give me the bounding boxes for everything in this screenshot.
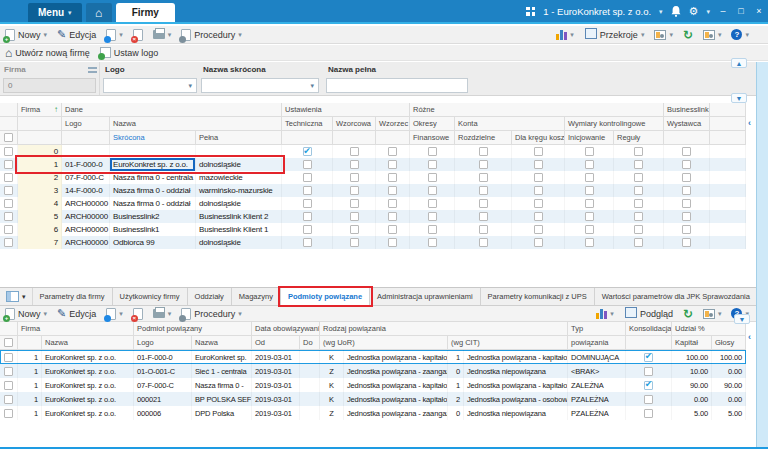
- column-header-podmiot-nazwa[interactable]: Nazwa: [192, 336, 252, 350]
- unchecked-checkbox-icon[interactable]: [634, 199, 643, 208]
- cell-wzorzec-checkbox[interactable]: [376, 210, 410, 223]
- cell-nazwa-pelna[interactable]: Businesslink Klient 2: [196, 210, 282, 223]
- cell-cit-kod[interactable]: 0: [448, 364, 464, 378]
- cell-nazwa-pelna[interactable]: warmińsko-mazurskie: [196, 184, 282, 197]
- cell-reguly-checkbox[interactable]: [614, 145, 664, 158]
- minimize-button[interactable]: –: [718, 6, 728, 16]
- unchecked-checkbox-icon[interactable]: [303, 238, 312, 247]
- unchecked-checkbox-icon[interactable]: [534, 173, 543, 182]
- cell-wystawca-checkbox[interactable]: [664, 236, 710, 249]
- select-all-checkbox[interactable]: [0, 336, 18, 350]
- cell-data-do[interactable]: [300, 378, 320, 392]
- cell-podmiot-logo[interactable]: 07-F-000-C: [134, 378, 192, 392]
- unchecked-checkbox-icon[interactable]: [479, 147, 488, 156]
- column-header-skrocona[interactable]: Skrócona: [110, 131, 196, 145]
- unchecked-checkbox-icon[interactable]: [303, 173, 312, 182]
- filter-firma-input[interactable]: 0: [3, 78, 96, 93]
- unchecked-checkbox-icon[interactable]: [388, 212, 397, 221]
- column-group-rozne[interactable]: Różne: [410, 103, 664, 117]
- cell-inicjowanie-checkbox[interactable]: [565, 236, 614, 249]
- column-header-kapital[interactable]: Kapitał: [672, 336, 712, 350]
- procedures-button[interactable]: Procedury▾: [176, 306, 247, 321]
- column-header-inicjowanie[interactable]: Inicjowanie: [565, 131, 614, 145]
- cell-nazwa-skrocona[interactable]: [110, 145, 196, 158]
- column-header-od[interactable]: Od: [252, 336, 300, 350]
- cell-podmiot-logo[interactable]: 000006: [134, 406, 192, 420]
- column-group-businesslink[interactable]: Businesslink: [664, 103, 710, 117]
- collapsed-side-panel[interactable]: [756, 62, 768, 449]
- refresh-button[interactable]: ↻: [678, 306, 698, 321]
- notifications-bell-icon[interactable]: [671, 6, 681, 17]
- tab-parametry-komunikacji-z-ups[interactable]: Parametry komunikacji z UPS: [481, 288, 595, 305]
- cell-okresy-finansowe-checkbox[interactable]: [410, 145, 455, 158]
- unchecked-checkbox-icon[interactable]: [479, 199, 488, 208]
- cell-udzial-glosy[interactable]: 5.00: [712, 406, 746, 420]
- unchecked-checkbox-icon[interactable]: [4, 381, 13, 390]
- company-row[interactable]: 0: [0, 145, 746, 158]
- cell-podmiot-nazwa[interactable]: EuroKonkret sp.: [192, 350, 252, 364]
- unchecked-checkbox-icon[interactable]: [350, 238, 359, 247]
- cell-dla-kregu-koszt-checkbox[interactable]: [512, 158, 565, 171]
- grid-settings-button[interactable]: ▾: [698, 26, 727, 43]
- cell-wystawca-checkbox[interactable]: [664, 197, 710, 210]
- cell-reguly-checkbox[interactable]: [614, 223, 664, 236]
- cell-cit-kod[interactable]: 2: [448, 392, 464, 406]
- unchecked-checkbox-icon[interactable]: [682, 186, 691, 195]
- cell-logo[interactable]: ARCH00000: [62, 210, 110, 223]
- column-header-okresy[interactable]: Okresy: [410, 117, 455, 131]
- cell-konsolidacja-checkbox[interactable]: [626, 378, 672, 392]
- column-header-konsolidacja[interactable]: Konsolidacja: [626, 322, 672, 336]
- unchecked-checkbox-icon[interactable]: [4, 367, 13, 376]
- cell-uor-kod[interactable]: K: [320, 378, 344, 392]
- cell-rozdzielne-checkbox[interactable]: [455, 223, 512, 236]
- unchecked-checkbox-icon[interactable]: [4, 238, 13, 247]
- cell-data-od[interactable]: 2019-03-01: [252, 350, 300, 364]
- cell-reguly-checkbox[interactable]: [614, 171, 664, 184]
- unchecked-checkbox-icon[interactable]: [534, 199, 543, 208]
- cell-wzorcowa-checkbox[interactable]: [333, 223, 376, 236]
- cell-udzial-kapital[interactable]: 0.00: [672, 392, 712, 406]
- cell-podmiot-nazwa[interactable]: BP POLSKA SEF: [192, 392, 252, 406]
- cell-logo[interactable]: ARCH00000: [62, 223, 110, 236]
- company-row[interactable]: 101-F-000-0EuroKonkret sp. z o.o.dolnośl…: [0, 158, 746, 171]
- unchecked-checkbox-icon[interactable]: [4, 409, 13, 418]
- cell-nazwa-skrocona[interactable]: Nasza firma 0 - oddział: [110, 197, 196, 210]
- column-group-dane[interactable]: Dane: [62, 103, 282, 117]
- column-header-techniczna[interactable]: Techniczna: [282, 117, 333, 131]
- cell-logo[interactable]: 01-F-000-0: [62, 158, 110, 171]
- help-button[interactable]: ?▾: [726, 26, 754, 43]
- scroll-down-button[interactable]: ▼: [731, 93, 747, 103]
- cell-konsolidacja-checkbox[interactable]: [626, 406, 672, 420]
- cell-nazwa-pelna[interactable]: dolnośląskie: [196, 197, 282, 210]
- column-header-konta[interactable]: Konta: [455, 117, 565, 131]
- unchecked-checkbox-icon[interactable]: [585, 238, 594, 247]
- row-select-checkbox[interactable]: [0, 364, 18, 378]
- cell-rozdzielne-checkbox[interactable]: [455, 236, 512, 249]
- unchecked-checkbox-icon[interactable]: [634, 147, 643, 156]
- column-header-glosy[interactable]: Głosy: [712, 336, 746, 350]
- cell-techniczna-checkbox[interactable]: [282, 197, 333, 210]
- column-group-rodzaj-powiazania[interactable]: Rodzaj powiązania: [320, 322, 568, 336]
- cell-wystawca-checkbox[interactable]: [664, 158, 710, 171]
- cell-nazwa-skrocona[interactable]: Businesslink1: [110, 223, 196, 236]
- tab-oddziały[interactable]: Oddziały: [188, 288, 232, 305]
- unchecked-checkbox-icon[interactable]: [644, 395, 653, 404]
- column-group-firma[interactable]: Firma: [18, 322, 134, 336]
- cell-reguly-checkbox[interactable]: [614, 184, 664, 197]
- cell-firma-nazwa[interactable]: EuroKonkret sp. z o.o.: [42, 350, 134, 364]
- unchecked-checkbox-icon[interactable]: [428, 238, 437, 247]
- unchecked-checkbox-icon[interactable]: [303, 160, 312, 169]
- cell-data-od[interactable]: 2019-03-01: [252, 378, 300, 392]
- unchecked-checkbox-icon[interactable]: [350, 186, 359, 195]
- unchecked-checkbox-icon[interactable]: [303, 225, 312, 234]
- column-header-dla-kregu[interactable]: Dla kręgu koszt.: [512, 131, 565, 145]
- cell-uor-kod[interactable]: K: [320, 350, 344, 364]
- cell-firma-nr[interactable]: 1: [18, 406, 42, 420]
- tab-firmy[interactable]: Firmy: [116, 3, 175, 22]
- new-button[interactable]: + Nowy▾: [0, 306, 52, 321]
- cell-data-do[interactable]: [300, 392, 320, 406]
- column-header-nazwa[interactable]: Nazwa: [110, 117, 282, 131]
- cell-rozdzielne-checkbox[interactable]: [455, 184, 512, 197]
- cell-udzial-glosy[interactable]: 90.00: [712, 378, 746, 392]
- context-company-title[interactable]: 1 - EuroKonkret sp. z o.o.: [543, 6, 651, 17]
